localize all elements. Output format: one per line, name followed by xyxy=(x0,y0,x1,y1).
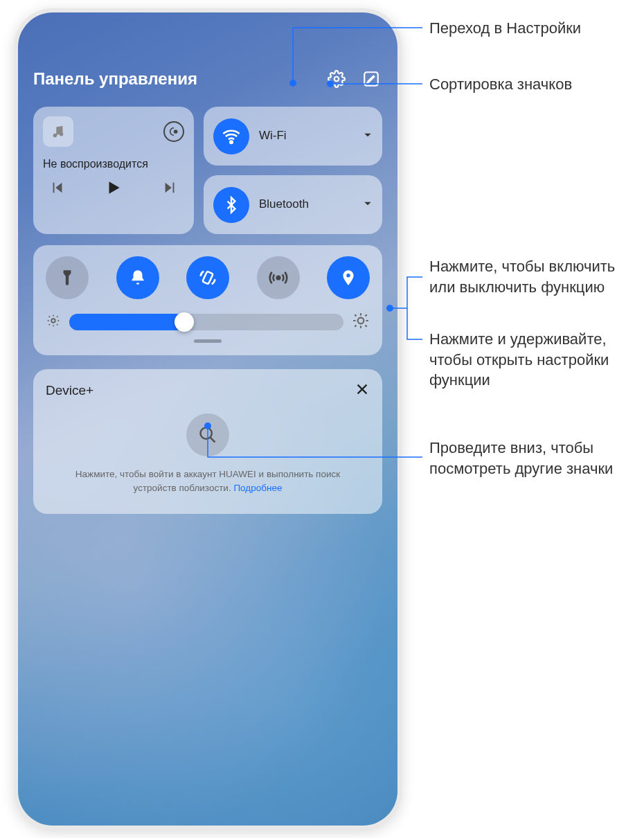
svg-point-10 xyxy=(230,141,233,143)
search-icon xyxy=(198,425,217,445)
device-plus-more-link[interactable]: Подробнее xyxy=(233,483,282,493)
page-title: Панель управления xyxy=(33,69,313,89)
brightness-slider[interactable] xyxy=(69,314,343,330)
annotation-swipe: Проведите вниз, чтобы посмотреть другие … xyxy=(429,438,637,479)
svg-rect-6 xyxy=(53,183,55,193)
hotspot-icon xyxy=(269,268,288,287)
music-status-label: Не воспроизводится xyxy=(43,158,184,170)
bluetooth-icon-badge xyxy=(213,187,249,223)
sort-button[interactable] xyxy=(360,68,382,90)
bluetooth-icon xyxy=(222,196,240,214)
svg-point-15 xyxy=(346,274,350,277)
skip-back-icon xyxy=(50,180,65,195)
device-search-button[interactable] xyxy=(186,413,229,456)
brightness-row xyxy=(46,312,370,332)
annotation-tap: Нажмите, чтобы включить или выключить фу… xyxy=(429,256,637,297)
svg-marker-8 xyxy=(166,183,172,193)
close-icon xyxy=(355,382,370,397)
sound-toggle[interactable] xyxy=(116,256,159,299)
music-card[interactable]: Не воспроизводится xyxy=(33,107,194,234)
svg-marker-11 xyxy=(364,133,370,136)
settings-button[interactable] xyxy=(325,68,348,90)
svg-point-14 xyxy=(276,276,280,280)
autorotate-toggle[interactable] xyxy=(186,256,229,299)
edit-icon xyxy=(362,70,380,88)
device-plus-card: Device+ Нажмите, чтобы войти в аккаунт H… xyxy=(33,369,382,514)
svg-point-4 xyxy=(175,130,177,133)
music-note-icon xyxy=(51,124,66,139)
skip-forward-icon xyxy=(162,180,177,195)
gear-icon xyxy=(328,70,346,88)
quick-toggles-card xyxy=(33,245,382,355)
svg-point-2 xyxy=(53,134,57,138)
chevron-down-icon xyxy=(363,130,373,140)
phone-screen: Панель управления xyxy=(18,12,397,826)
location-icon xyxy=(339,269,357,287)
bluetooth-label: Bluetooth xyxy=(259,197,363,211)
control-panel-header: Панель управления xyxy=(33,68,382,90)
flashlight-toggle[interactable] xyxy=(46,256,89,299)
svg-point-16 xyxy=(51,319,55,323)
svg-marker-12 xyxy=(364,202,370,205)
annotation-hold: Нажмите и удерживайте, чтобы открыть нас… xyxy=(429,329,637,391)
annotation-settings: Переход в Настройки xyxy=(429,18,581,39)
audio-cast-button[interactable] xyxy=(163,121,184,142)
svg-point-18 xyxy=(201,428,212,439)
music-artwork-placeholder xyxy=(43,116,73,147)
svg-marker-7 xyxy=(109,181,120,193)
svg-rect-9 xyxy=(173,183,175,193)
phone-frame: Панель управления xyxy=(14,8,402,830)
play-icon xyxy=(105,179,123,197)
play-button[interactable] xyxy=(105,179,123,197)
svg-rect-13 xyxy=(202,271,213,285)
next-track-button[interactable] xyxy=(162,180,177,195)
cast-icon xyxy=(168,126,179,137)
chevron-down-icon xyxy=(363,199,373,208)
brightness-low-icon xyxy=(46,313,61,331)
location-toggle[interactable] xyxy=(327,256,370,299)
wifi-label: Wi-Fi xyxy=(259,129,363,143)
svg-point-0 xyxy=(334,77,339,82)
brightness-thumb[interactable] xyxy=(175,312,194,332)
wifi-icon xyxy=(222,127,241,146)
device-plus-title: Device+ xyxy=(46,383,93,398)
brightness-high-icon xyxy=(352,312,370,332)
svg-marker-5 xyxy=(55,183,62,193)
bell-icon xyxy=(129,269,147,287)
device-plus-close-button[interactable] xyxy=(355,382,370,400)
bluetooth-expand-button[interactable] xyxy=(363,199,373,211)
brightness-fill xyxy=(69,314,184,330)
rotate-icon xyxy=(198,268,217,287)
annotation-sort: Сортировка значков xyxy=(429,74,572,95)
flashlight-icon xyxy=(58,269,76,287)
wifi-card[interactable]: Wi-Fi xyxy=(204,107,382,166)
hotspot-toggle[interactable] xyxy=(257,256,300,299)
svg-point-3 xyxy=(60,132,64,136)
wifi-icon-badge xyxy=(213,118,249,154)
prev-track-button[interactable] xyxy=(50,180,65,195)
wifi-expand-button[interactable] xyxy=(363,130,373,143)
device-plus-hint: Нажмите, чтобы войти в аккаунт HUAWEI и … xyxy=(46,467,370,501)
bluetooth-card[interactable]: Bluetooth xyxy=(204,175,382,234)
svg-point-17 xyxy=(358,318,364,324)
expand-handle[interactable] xyxy=(194,339,222,343)
